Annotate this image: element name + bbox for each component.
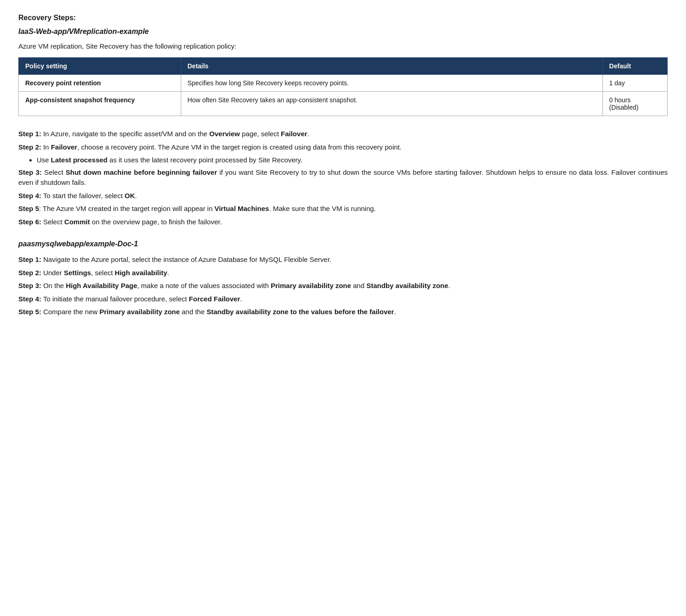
table-header-row: Policy setting Details Default	[19, 58, 668, 75]
step3-label: Step 3:	[18, 168, 42, 176]
overview-bold: Overview	[209, 130, 240, 138]
step4-line: Step 4: To start the failover, select OK…	[18, 191, 668, 201]
table-row: Recovery point retention Specifies how l…	[19, 75, 668, 92]
step5-label: Step 5	[18, 205, 39, 212]
s2-step3-label: Step 3:	[18, 282, 41, 289]
standby-before-bold: Standby availability zone to the values …	[206, 308, 394, 316]
header-default: Default	[602, 58, 667, 75]
s2-step4-label: Step 4:	[18, 295, 41, 303]
forced-failover-bold: Forced Failover	[189, 295, 240, 303]
step5-line: Step 5: The Azure VM created in the targ…	[18, 204, 668, 214]
shutdown-bold: Shut down machine before beginning failo…	[66, 168, 217, 176]
step6-label: Step 6:	[18, 218, 41, 226]
s2-step2-line: Step 2: Under Settings, select High avai…	[18, 268, 668, 278]
step4-label: Step 4:	[18, 192, 41, 200]
step1-line: Step 1: In Azure, navigate to the specif…	[18, 129, 668, 139]
s2-step5-label: Step 5:	[18, 308, 41, 316]
new-primary-zone-bold: Primary availability zone	[100, 308, 180, 316]
section1-intro: Azure VM replication, Site Recovery has …	[18, 42, 668, 50]
s2-step5-line: Step 5: Compare the new Primary availabi…	[18, 307, 668, 317]
s2-step1-label: Step 1:	[18, 255, 41, 263]
latest-processed-bold: Latest processed	[51, 156, 107, 164]
step6-line: Step 6: Select Commit on the overview pa…	[18, 217, 668, 228]
bullet-list: Use Latest processed as it uses the late…	[37, 155, 668, 166]
ok-bold: OK	[125, 192, 135, 200]
failover-bold: Failover	[281, 130, 307, 138]
header-policy-setting: Policy setting	[19, 58, 181, 75]
policy-table: Policy setting Details Default Recovery …	[18, 57, 668, 116]
high-availability-bold: High availability	[115, 269, 167, 277]
s2-step2-label: Step 2:	[18, 269, 41, 277]
step2-label: Step 2:	[18, 143, 41, 151]
standby-zone-bold: Standby availability zone	[366, 282, 448, 289]
section1-title: IaaS-Web-app/VMreplication-example	[18, 28, 668, 36]
settings-bold: Settings	[64, 269, 91, 277]
policy-setting-2: App-consistent snapshot frequency	[19, 92, 181, 116]
failover2-bold: Failover	[51, 143, 78, 151]
policy-default-2: 0 hours (Disabled)	[602, 92, 667, 116]
policy-details-1: Specifies how long Site Recovery keeps r…	[181, 75, 602, 92]
step3-line: Step 3: Select Shut down machine before …	[18, 167, 668, 188]
commit-bold: Commit	[64, 218, 90, 226]
primary-zone-bold: Primary availability zone	[271, 282, 351, 289]
policy-details-2: How often Site Recovery takes an app-con…	[181, 92, 602, 116]
policy-setting-1: Recovery point retention	[19, 75, 181, 92]
table-row: App-consistent snapshot frequency How of…	[19, 92, 668, 116]
s2-step4-line: Step 4: To initiate the manual failover …	[18, 294, 668, 305]
policy-default-1: 1 day	[602, 75, 667, 92]
step2-line: Step 2: In Failover, choose a recovery p…	[18, 142, 668, 153]
section1: IaaS-Web-app/VMreplication-example Azure…	[18, 28, 668, 227]
ha-page-bold: High Availability Page	[66, 282, 137, 289]
s2-step3-line: Step 3: On the High Availability Page, m…	[18, 281, 668, 291]
s2-step1-line: Step 1: Navigate to the Azure portal, se…	[18, 255, 668, 265]
step1-label: Step 1:	[18, 130, 41, 138]
virtual-machines-bold: Virtual Machines	[214, 205, 269, 212]
section2: paasmysqlwebapp/example-Doc-1 Step 1: Na…	[18, 240, 668, 317]
recovery-steps-heading: Recovery Steps:	[18, 14, 668, 22]
section2-steps: Step 1: Navigate to the Azure portal, se…	[18, 255, 668, 317]
header-details: Details	[181, 58, 602, 75]
section2-title: paasmysqlwebapp/example-Doc-1	[18, 240, 668, 248]
bullet-item-1: Use Latest processed as it uses the late…	[37, 155, 668, 166]
section1-steps: Step 1: In Azure, navigate to the specif…	[18, 129, 668, 227]
